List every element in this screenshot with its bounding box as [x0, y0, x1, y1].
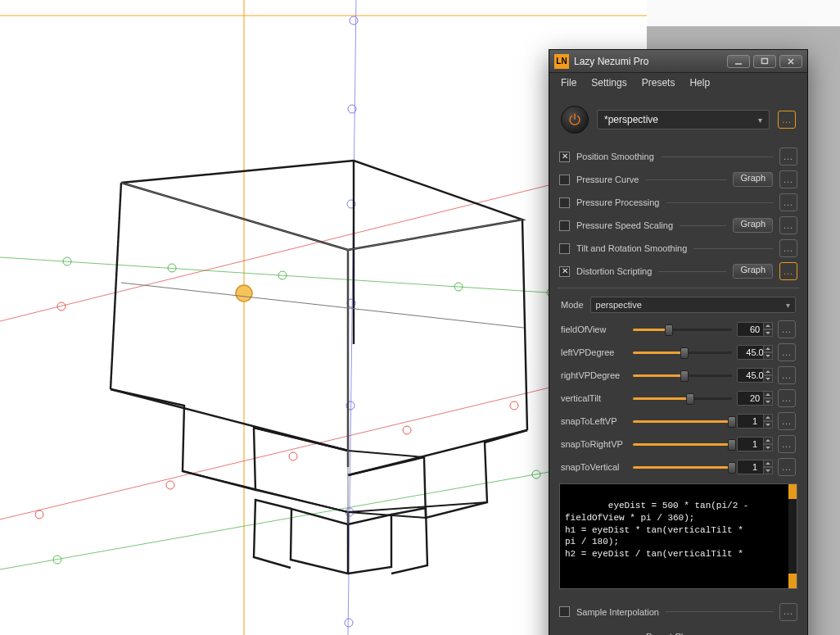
svg-rect-40 — [762, 58, 768, 63]
svg-point-19 — [510, 401, 518, 410]
param-leftVPDegree-spin[interactable] — [763, 345, 773, 360]
pressure-curve-graph-button[interactable]: Graph — [733, 172, 773, 187]
param-snapToLeftVP-input[interactable]: 1 — [737, 414, 773, 429]
window-maximize-button[interactable] — [753, 55, 776, 68]
window-titlebar[interactable]: LN Lazy Nezumi Pro — [549, 50, 807, 73]
sample-interpolation-checkbox[interactable] — [559, 606, 570, 617]
param-snapToLeftVP-slider[interactable] — [633, 415, 732, 427]
param-snapToLeftVP-spin[interactable] — [763, 414, 773, 429]
param-snapToVertical-spin[interactable] — [763, 460, 773, 474]
param-snapToLeftVP-options-button[interactable]: ... — [778, 412, 796, 430]
menu-file[interactable]: File — [554, 75, 583, 91]
param-snapToRightVP-label: snapToRightVP — [561, 439, 628, 449]
tilt-rotation-smoothing-options-button[interactable]: ... — [779, 239, 797, 257]
spin-up-icon[interactable] — [763, 414, 773, 421]
window-title: Lazy Nezumi Pro — [574, 56, 722, 67]
svg-line-37 — [121, 283, 524, 328]
code-scrollbar[interactable] — [788, 484, 797, 588]
param-rightVPDegree-spin[interactable] — [763, 368, 773, 383]
param-leftVPDegree-options-button[interactable]: ... — [778, 343, 796, 361]
param-leftVPDegree-label: leftVPDegree — [561, 347, 628, 357]
param-snapToVertical-input[interactable]: 1 — [737, 460, 773, 474]
distortion-scripting-options-button[interactable]: ... — [779, 262, 797, 280]
pressure-curve-checkbox[interactable] — [559, 175, 570, 185]
param-verticalTilt-spin[interactable] — [763, 391, 773, 406]
param-fieldOfView-label: fieldOfView — [561, 324, 628, 334]
spin-down-icon[interactable] — [763, 467, 773, 474]
param-leftVPDegree-slider[interactable] — [633, 347, 732, 358]
sample-interpolation-label: Sample Interpolation — [576, 607, 659, 617]
preset-dropdown[interactable]: *perspective — [597, 110, 770, 129]
param-rightVPDegree-input[interactable]: 45.0 — [737, 368, 773, 383]
param-snapToRightVP-input[interactable]: 1 — [737, 437, 773, 451]
param-verticalTilt-slider[interactable] — [633, 392, 732, 404]
spin-up-icon[interactable] — [763, 460, 773, 467]
app-logo-icon: LN — [554, 54, 569, 69]
param-snapToRightVP-options-button[interactable]: ... — [778, 435, 796, 453]
param-verticalTilt-label: verticalTilt — [561, 393, 628, 403]
spin-down-icon[interactable] — [763, 352, 773, 360]
pressure-speed-scaling-label: Pressure Speed Scaling — [576, 220, 673, 230]
param-snapToRightVP-spin[interactable] — [763, 437, 773, 451]
mode-dropdown[interactable]: perspective — [590, 297, 796, 313]
svg-point-17 — [289, 452, 297, 460]
mode-dropdown-value: perspective — [596, 300, 642, 310]
param-fieldOfView-input[interactable]: 60 — [737, 322, 773, 337]
spin-up-icon[interactable] — [763, 322, 773, 329]
svg-point-18 — [403, 426, 411, 434]
spin-down-icon[interactable] — [763, 421, 773, 429]
pressure-speed-scaling-graph-button[interactable]: Graph — [733, 218, 773, 233]
param-fieldOfView-slider[interactable] — [633, 324, 732, 335]
param-snapToVertical-slider[interactable] — [633, 461, 732, 473]
svg-line-2 — [348, 0, 356, 635]
spin-up-icon[interactable] — [763, 345, 773, 352]
svg-point-8 — [350, 16, 358, 25]
svg-point-14 — [345, 619, 353, 627]
script-code-textarea[interactable]: eyeDist = 500 * tan(pi/2 - fieldOfView *… — [559, 483, 797, 589]
menu-settings[interactable]: Settings — [585, 75, 633, 91]
spin-up-icon[interactable] — [763, 368, 773, 375]
spin-down-icon[interactable] — [763, 398, 773, 406]
script-code-content: eyeDist = 500 * tan(pi/2 - fieldOfView *… — [565, 501, 748, 559]
tilt-rotation-smoothing-label: Tilt and Rotation Smoothing — [576, 243, 687, 253]
param-snapToVertical-options-button[interactable]: ... — [778, 458, 796, 476]
preset-options-button[interactable]: ... — [778, 111, 796, 129]
spin-down-icon[interactable] — [763, 329, 773, 337]
position-smoothing-options-button[interactable]: ... — [779, 147, 797, 166]
preset-changes-label: Preset Changes — [646, 632, 711, 635]
mode-label: Mode — [561, 300, 584, 310]
menu-help[interactable]: Help — [683, 75, 716, 91]
pressure-processing-options-button[interactable]: ... — [779, 193, 797, 211]
param-verticalTilt-input[interactable]: 20 — [737, 391, 773, 406]
param-snapToRightVP-slider[interactable] — [633, 438, 732, 450]
position-smoothing-checkbox[interactable] — [559, 152, 570, 162]
param-fieldOfView-options-button[interactable]: ... — [778, 320, 796, 338]
param-snapToVertical-label: snapToVertical — [561, 462, 628, 472]
power-toggle-button[interactable] — [561, 106, 589, 134]
window-minimize-button[interactable] — [727, 55, 750, 68]
tilt-rotation-smoothing-checkbox[interactable] — [559, 243, 570, 254]
param-fieldOfView-spin[interactable] — [763, 322, 773, 337]
spin-up-icon[interactable] — [763, 391, 773, 398]
svg-line-32 — [522, 220, 527, 430]
distortion-scripting-graph-button[interactable]: Graph — [733, 264, 773, 279]
pressure-processing-checkbox[interactable] — [559, 197, 570, 208]
param-rightVPDegree-slider[interactable] — [633, 370, 732, 381]
distortion-scripting-checkbox[interactable] — [559, 266, 570, 277]
position-smoothing-label: Position Smoothing — [576, 152, 654, 161]
menu-presets[interactable]: Presets — [635, 75, 682, 91]
svg-line-30 — [111, 183, 121, 389]
spin-down-icon[interactable] — [763, 375, 773, 383]
param-verticalTilt-options-button[interactable]: ... — [778, 389, 796, 407]
svg-point-15 — [35, 510, 43, 519]
param-rightVPDegree-label: rightVPDegree — [561, 370, 628, 380]
sample-interpolation-options-button[interactable]: ... — [779, 603, 797, 621]
spin-up-icon[interactable] — [763, 437, 773, 444]
pressure-curve-options-button[interactable]: ... — [779, 170, 797, 188]
window-close-button[interactable] — [779, 55, 802, 68]
param-leftVPDegree-input[interactable]: 45.0 — [737, 345, 773, 360]
spin-down-icon[interactable] — [763, 444, 773, 451]
param-rightVPDegree-options-button[interactable]: ... — [778, 366, 796, 384]
pressure-speed-scaling-options-button[interactable]: ... — [779, 216, 797, 234]
pressure-speed-scaling-checkbox[interactable] — [559, 220, 570, 231]
